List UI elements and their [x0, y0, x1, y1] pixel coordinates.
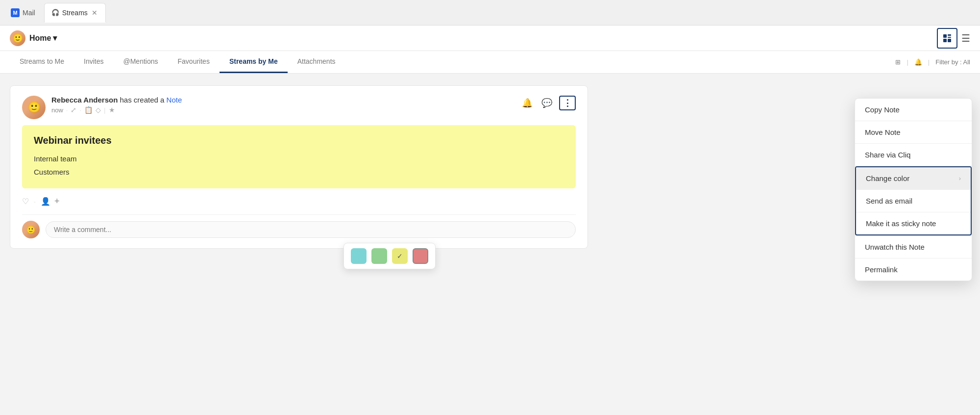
card-header-right: 🔔 💬 ⋮ [520, 96, 576, 110]
note-content: Webinar invitees Internal team Customers [22, 125, 576, 188]
mail-icon: M [11, 8, 20, 17]
header-right: ☰ [937, 28, 970, 49]
nav-tabs-list: Streams to Me Invites @Mentions Favourit… [10, 51, 345, 73]
note-line-2: Customers [34, 165, 564, 179]
tab-bar: M Mail 🎧 Streams ✕ [0, 0, 980, 26]
color-swatch-teal[interactable] [351, 248, 367, 264]
layout-toggle-button[interactable] [937, 28, 957, 49]
card-username: Rebecca Anderson [51, 96, 118, 104]
card-note-link[interactable]: Note [167, 96, 182, 104]
layout-icon [942, 33, 952, 43]
card-header: 🙂 Rebecca Anderson has created a Note no… [22, 96, 576, 119]
add-button[interactable]: + [54, 196, 60, 207]
filter-separator: | [906, 58, 908, 66]
sticky-note-label: Make it as sticky note [866, 219, 936, 228]
filter-icon[interactable]: ⊞ [895, 58, 901, 66]
svg-rect-3 [943, 39, 947, 42]
tab-attachments[interactable]: Attachments [288, 51, 345, 73]
tab-favourites-label: Favourites [178, 57, 210, 65]
context-menu-copy-note[interactable]: Copy Note [855, 99, 972, 121]
copy-icon[interactable]: 📋 [84, 106, 93, 114]
chevron-right-icon: › [959, 175, 961, 182]
star-icon[interactable]: ★ [109, 106, 115, 114]
home-chevron: ▾ [53, 33, 57, 43]
tab-mail-label: Mail [23, 9, 35, 17]
heart-icon[interactable]: ♡ [22, 197, 29, 206]
change-color-label: Change color [866, 174, 909, 182]
tab-attachments-label: Attachments [297, 57, 336, 65]
tab-mentions-label: @Mentions [123, 57, 158, 65]
streams-tab-icon: 🎧 [51, 9, 59, 16]
context-menu-send-email[interactable]: Send as email [856, 190, 971, 212]
notify-icon[interactable]: 🔔 [914, 58, 922, 66]
filter-area: ⊞ | 🔔 | Filter by : All [895, 58, 970, 66]
tab-streams-close[interactable]: ✕ [91, 9, 98, 16]
more-options-button[interactable]: ⋮ [559, 96, 576, 110]
tab-mentions[interactable]: @Mentions [114, 51, 168, 73]
assign-icon[interactable]: 👤 [41, 197, 50, 206]
send-email-label: Send as email [866, 197, 912, 205]
hamburger-menu-button[interactable]: ☰ [961, 32, 970, 44]
home-menu[interactable]: Home ▾ [29, 33, 57, 43]
comment-area: 🙂 [22, 214, 576, 238]
card-meta: Rebecca Anderson has created a Note now … [51, 96, 182, 114]
tab-invites-label: Invites [84, 57, 103, 65]
header: 🙂 Home ▾ ☰ [0, 26, 980, 51]
chat-button[interactable]: 💬 [539, 96, 554, 110]
permalink-label: Permalink [865, 265, 898, 274]
tab-streams-by-me-label: Streams by Me [229, 57, 278, 65]
tab-streams-by-me[interactable]: Streams by Me [220, 51, 288, 73]
home-label: Home [29, 34, 51, 43]
main-content: 🙂 Rebecca Anderson has created a Note no… [0, 74, 980, 415]
color-picker-popup: ✓ [343, 243, 436, 269]
tab-invites[interactable]: Invites [74, 51, 113, 73]
card-title-line: Rebecca Anderson has created a Note [51, 96, 182, 104]
card-time-line: now · ⤢ · 📋 ◇ | ★ [51, 106, 182, 114]
filter-separator2: | [928, 58, 930, 66]
note-title: Webinar invitees [34, 135, 564, 146]
tab-streams-label: Streams [62, 9, 88, 17]
svg-rect-2 [948, 37, 951, 38]
card-timestamp: now [51, 106, 63, 114]
tab-mail[interactable]: M Mail [4, 4, 42, 21]
note-line-1: Internal team [34, 152, 564, 165]
header-left: 🙂 Home ▾ [10, 30, 57, 46]
context-menu-sticky-note[interactable]: Make it as sticky note [856, 212, 971, 234]
context-menu-move-note[interactable]: Move Note [855, 121, 972, 143]
color-swatch-green[interactable] [371, 248, 387, 264]
card-user-avatar: 🙂 [22, 96, 46, 119]
three-dots-icon: ⋮ [563, 98, 572, 108]
tab-streams-to-me[interactable]: Streams to Me [10, 51, 74, 73]
tab-streams-to-me-label: Streams to Me [20, 57, 64, 65]
context-menu-unwatch[interactable]: Unwatch this Note [855, 236, 972, 258]
color-swatch-red[interactable] [413, 248, 428, 264]
hamburger-icon: ☰ [961, 33, 970, 44]
color-swatch-yellow[interactable]: ✓ [392, 248, 408, 264]
context-menu-highlighted-group: Change color › Send as email Make it as … [855, 166, 972, 235]
user-avatar-header: 🙂 [10, 30, 25, 46]
context-menu: Copy Note Move Note Share via Cliq Chang… [855, 98, 972, 281]
svg-rect-0 [943, 34, 947, 38]
nav-tabs: Streams to Me Invites @Mentions Favourit… [0, 51, 980, 74]
tab-streams[interactable]: 🎧 Streams ✕ [44, 3, 106, 23]
move-note-label: Move Note [865, 128, 901, 136]
context-menu-share-cliq[interactable]: Share via Cliq [855, 144, 972, 166]
alarm-button[interactable]: 🔔 [520, 96, 535, 110]
unwatch-label: Unwatch this Note [865, 243, 925, 251]
filter-label[interactable]: Filter by : All [935, 58, 970, 66]
comment-input[interactable] [46, 221, 576, 238]
context-menu-change-color[interactable]: Change color › [856, 167, 971, 189]
external-link-icon[interactable]: ⤢ [71, 106, 76, 114]
tab-favourites[interactable]: Favourites [168, 51, 220, 73]
tag-icon[interactable]: ◇ [96, 106, 101, 114]
stream-card: 🙂 Rebecca Anderson has created a Note no… [10, 85, 588, 249]
context-menu-permalink[interactable]: Permalink [855, 259, 972, 281]
card-header-left: 🙂 Rebecca Anderson has created a Note no… [22, 96, 182, 119]
share-cliq-label: Share via Cliq [865, 151, 910, 159]
copy-note-label: Copy Note [865, 105, 900, 114]
card-action: has created a [120, 96, 167, 104]
svg-rect-4 [948, 39, 951, 42]
card-footer: ♡ · 👤 + [22, 196, 576, 207]
svg-rect-1 [948, 34, 951, 36]
comment-user-avatar: 🙂 [22, 221, 40, 238]
